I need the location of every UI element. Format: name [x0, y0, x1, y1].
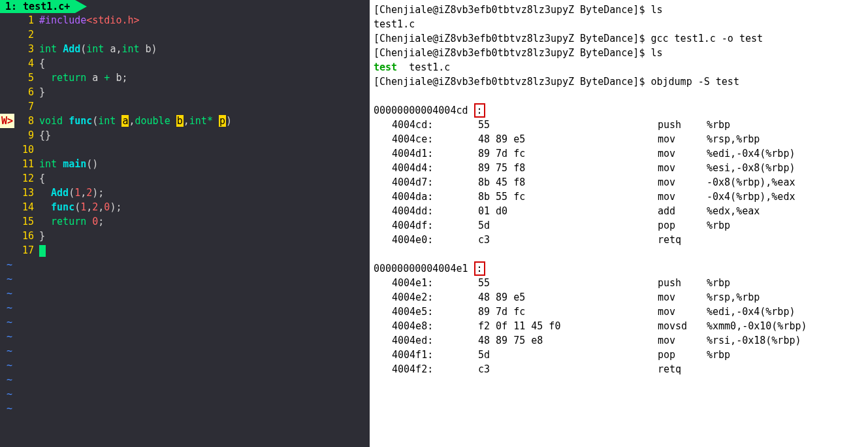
asm-row: 4004cd:55push%rbp [374, 118, 864, 132]
line-number: 13 [0, 186, 39, 200]
code-content[interactable]: } [39, 229, 370, 243]
line-number: 4 [0, 56, 39, 71]
asm-row: 4004e8:f2 0f 11 45 f0movsd%xmm0,-0x10(%r… [374, 319, 864, 333]
line-number: 10 [0, 142, 39, 157]
line-number: 17 [0, 243, 39, 257]
empty-line-tilde: ~ [0, 272, 370, 286]
code-line[interactable]: 16} [0, 229, 370, 243]
code-line[interactable]: 1#include<stdio.h> [0, 13, 370, 27]
code-line[interactable]: 11int main() [0, 157, 370, 171]
code-line[interactable]: 7 [0, 99, 370, 114]
code-content[interactable] [39, 243, 370, 257]
asm-row: 4004d7:8b 45 f8mov-0x8(%rbp),%eax [374, 175, 864, 190]
line-number: 6 [0, 85, 39, 99]
line-number: 16 [0, 229, 39, 243]
cursor [39, 245, 46, 257]
empty-line-tilde: ~ [0, 358, 370, 372]
terminal-line: 00000000004004e1 : [374, 261, 864, 276]
code-content[interactable]: func(1,2,0); [39, 200, 370, 214]
asm-row: 4004df:5dpop%rbp [374, 218, 864, 233]
empty-line-tilde: ~ [0, 372, 370, 387]
terminal-line [374, 89, 864, 103]
code-line[interactable]: 2 [0, 27, 370, 42]
empty-line-tilde: ~ [0, 301, 370, 315]
empty-line-tilde: ~ [0, 315, 370, 329]
code-content[interactable]: { [39, 56, 370, 71]
line-number: 11 [0, 157, 39, 171]
empty-line-tilde: ~ [0, 286, 370, 301]
line-number: 9 [0, 128, 39, 142]
asm-row: 4004e0:c3retq [374, 233, 864, 247]
asm-row: 4004e2:48 89 e5mov%rsp,%rbp [374, 290, 864, 305]
warning-marker: W> [0, 114, 14, 128]
asm-row: 4004dd:01 d0add%edx,%eax [374, 204, 864, 218]
line-number: 12 [0, 171, 39, 186]
code-line[interactable]: 5 return a + b; [0, 71, 370, 85]
function-label: : [474, 261, 485, 276]
code-content[interactable] [39, 27, 370, 42]
asm-row: 4004f2:c3retq [374, 362, 864, 376]
code-line[interactable]: 4{ [0, 56, 370, 71]
empty-line-tilde: ~ [0, 329, 370, 344]
terminal-line: [Chenjiale@iZ8vb3efb0tbtvz8lz3upyZ ByteD… [374, 3, 864, 17]
asm-row: 4004e1:55push%rbp [374, 276, 864, 290]
code-content[interactable]: { [39, 171, 370, 186]
asm-row: 4004d1:89 7d fcmov%edi,-0x4(%rbp) [374, 146, 864, 161]
empty-line-tilde: ~ [0, 257, 370, 272]
code-content[interactable] [39, 99, 370, 114]
function-label: : [474, 103, 485, 118]
code-content[interactable]: {} [39, 128, 370, 142]
code-line[interactable]: W>8void func(int a,double b,int* p) [0, 114, 370, 128]
code-content[interactable]: return 0; [39, 214, 370, 229]
empty-line-tilde: ~ [0, 387, 370, 401]
tab-file[interactable]: 1: test1.c+ [0, 0, 75, 13]
code-line[interactable]: 6} [0, 85, 370, 99]
code-line[interactable]: 15 return 0; [0, 214, 370, 229]
code-content[interactable]: void func(int a,double b,int* p) [39, 114, 370, 128]
code-content[interactable]: Add(1,2); [39, 186, 370, 200]
terminal-line: test test1.c [374, 60, 864, 74]
empty-line-tilde: ~ [0, 401, 370, 416]
line-number: 14 [0, 200, 39, 214]
code-area[interactable]: 1#include<stdio.h>23int Add(int a,int b)… [0, 13, 370, 416]
terminal-line: test1.c [374, 17, 864, 31]
terminal-line [374, 247, 864, 261]
asm-row: 4004ce:48 89 e5mov%rsp,%rbp [374, 132, 864, 146]
code-content[interactable]: return a + b; [39, 71, 370, 85]
code-line[interactable]: 10 [0, 142, 370, 157]
terminal-line: 00000000004004cd : [374, 103, 864, 118]
code-content[interactable]: #include<stdio.h> [39, 13, 370, 27]
code-line[interactable]: 3int Add(int a,int b) [0, 42, 370, 56]
terminal-line: [Chenjiale@iZ8vb3efb0tbtvz8lz3upyZ ByteD… [374, 74, 864, 89]
code-content[interactable]: int Add(int a,int b) [39, 42, 370, 56]
code-line[interactable]: 17 [0, 243, 370, 257]
terminal-line: [Chenjiale@iZ8vb3efb0tbtvz8lz3upyZ ByteD… [374, 31, 864, 46]
code-content[interactable] [39, 142, 370, 157]
asm-row: 4004d4:89 75 f8mov%esi,-0x8(%rbp) [374, 161, 864, 175]
code-content[interactable]: int main() [39, 157, 370, 171]
vim-editor[interactable]: 1: test1.c+ 1#include<stdio.h>23int Add(… [0, 0, 370, 447]
tab-bar: 1: test1.c+ [0, 0, 370, 13]
code-line[interactable]: 13 Add(1,2); [0, 186, 370, 200]
asm-row: 4004ed:48 89 75 e8mov%rsi,-0x18(%rbp) [374, 333, 864, 348]
code-content[interactable]: } [39, 85, 370, 99]
asm-row: 4004da:8b 55 fcmov-0x4(%rbp),%edx [374, 190, 864, 204]
code-line[interactable]: 14 func(1,2,0); [0, 200, 370, 214]
terminal-line: [Chenjiale@iZ8vb3efb0tbtvz8lz3upyZ ByteD… [374, 46, 864, 60]
line-number: 2 [0, 27, 39, 42]
line-number: 7 [0, 99, 39, 114]
code-line[interactable]: 9{} [0, 128, 370, 142]
line-number: 15 [0, 214, 39, 229]
code-line[interactable]: 12{ [0, 171, 370, 186]
asm-row: 4004f1:5dpop%rbp [374, 348, 864, 362]
asm-row: 4004e5:89 7d fcmov%edi,-0x4(%rbp) [374, 305, 864, 319]
line-number: 3 [0, 42, 39, 56]
terminal-output[interactable]: [Chenjiale@iZ8vb3efb0tbtvz8lz3upyZ ByteD… [370, 0, 868, 447]
line-number: 5 [0, 71, 39, 85]
line-number: 1 [0, 13, 39, 27]
empty-line-tilde: ~ [0, 344, 370, 358]
